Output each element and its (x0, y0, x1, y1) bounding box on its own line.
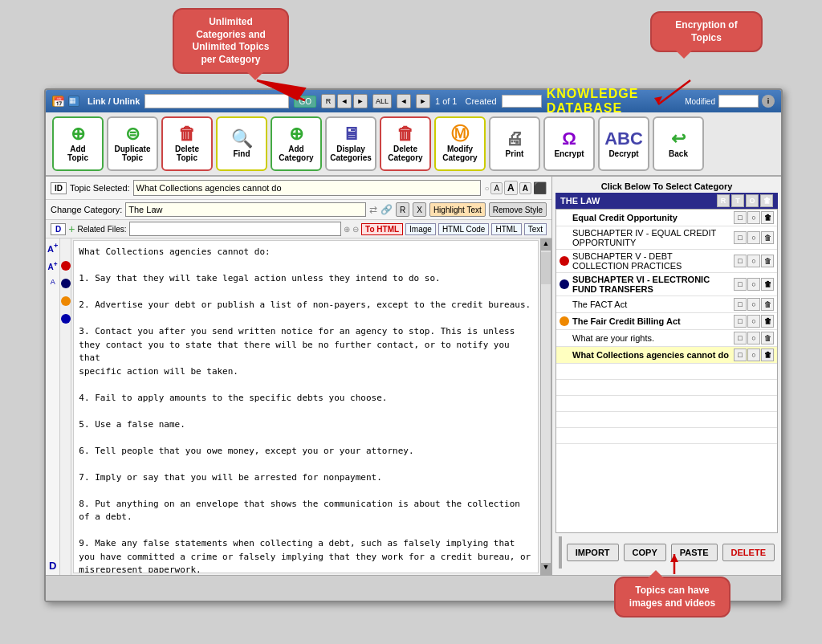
list-item-selected[interactable]: What Collections agencies cannot do □○🗑 (556, 347, 777, 364)
display-categories-button[interactable]: 🖥 DisplayCategories (325, 116, 376, 171)
check-btn[interactable]: □ (734, 231, 747, 244)
check-btn[interactable]: □ (734, 348, 747, 361)
delete-topic-button[interactable]: 🗑 DeleteTopic (161, 116, 213, 171)
o-header-btn[interactable]: O (746, 194, 759, 207)
modified-input[interactable] (718, 95, 759, 108)
list-item[interactable]: The FACT Act □○🗑 (556, 296, 777, 313)
circle-btn[interactable]: ○ (747, 315, 760, 328)
to-html-button[interactable]: To HTML (361, 223, 403, 235)
link-icon[interactable]: 🔗 (380, 204, 393, 215)
info-button[interactable]: i (762, 95, 775, 108)
d-indicator[interactable]: D (49, 560, 56, 572)
paste-button[interactable]: PASTE (671, 544, 718, 561)
find-icon: 🔍 (231, 130, 253, 148)
calendar-icon[interactable]: 📅 (52, 96, 63, 107)
related-files-input[interactable] (129, 222, 341, 236)
check-btn[interactable]: □ (734, 298, 747, 311)
zoom-out-icon[interactable]: ⊖ (352, 225, 359, 234)
copy-button[interactable]: COPY (624, 544, 666, 561)
decrypt-button[interactable]: ABC Decrypt (598, 116, 649, 171)
delete-category-button[interactable]: 🗑 DeleteCategory (380, 116, 431, 171)
scroll-down[interactable]: ▼ (541, 563, 551, 574)
r-small-btn[interactable]: R (396, 202, 409, 217)
html-code-button[interactable]: HTML Code (438, 223, 490, 235)
modify-category-button[interactable]: Ⓜ ModifyCategory (434, 116, 486, 171)
print-button[interactable]: 🖨 Print (489, 116, 540, 171)
text-button[interactable]: Text (524, 223, 547, 235)
blue-dark-dot (61, 314, 71, 324)
t-header-btn[interactable]: T (731, 194, 744, 207)
grid-icon[interactable]: ▦ (68, 96, 79, 107)
list-item[interactable]: SUBCHAPTER V - DEBT COLLECTION PRACTICES… (556, 250, 777, 273)
arrow-right-btn[interactable]: ► (353, 94, 368, 108)
import-button[interactable]: IMPORT (567, 544, 619, 561)
trash-btn[interactable]: 🗑 (761, 231, 774, 244)
x-small-btn[interactable]: X (413, 202, 426, 217)
link-input[interactable] (144, 94, 289, 108)
r-header-btn[interactable]: R (717, 194, 730, 207)
check-btn[interactable]: □ (734, 278, 747, 291)
delete-button[interactable]: DELETE (722, 544, 775, 561)
scroll-up[interactable]: ▲ (541, 239, 551, 251)
check-btn[interactable]: □ (734, 255, 747, 267)
highlight-btn[interactable]: Highlight Text (429, 202, 486, 217)
zoom-icon[interactable]: ⊕ (344, 225, 350, 234)
trash-btn[interactable]: 🗑 (761, 315, 774, 328)
all-button[interactable]: ALL (372, 94, 392, 108)
nav-left-btn[interactable]: ◄ (397, 94, 411, 108)
topic-title-input[interactable] (133, 180, 482, 196)
r-button[interactable]: R (321, 94, 336, 108)
circle-btn[interactable]: ○ (747, 255, 760, 267)
go-button[interactable]: GO (294, 96, 316, 108)
add-topic-button[interactable]: ⊕ AddTopic (52, 116, 104, 171)
list-item[interactable]: SUBCHAPTER VI - ELECTRONIC FUND TRANSFER… (556, 273, 777, 296)
color-picker-icon[interactable]: ⬛ (533, 181, 547, 194)
circle-btn[interactable]: ○ (747, 211, 760, 224)
content-editor[interactable]: What Collections agencies cannot do: 1. … (73, 240, 539, 573)
back-button[interactable]: ↩ Back (653, 116, 704, 171)
circle-btn[interactable]: ○ (747, 348, 760, 361)
scrollbar[interactable]: ▲ ▼ (540, 238, 551, 575)
font-size-a[interactable]: A (51, 278, 55, 286)
created-input[interactable] (502, 95, 542, 108)
trash-btn[interactable]: 🗑 (761, 278, 774, 291)
font-small-btn[interactable]: A (519, 182, 531, 194)
arrow-left-btn[interactable]: ◄ (337, 94, 352, 108)
delete-header-btn[interactable]: 🗑 (760, 194, 773, 207)
trash-btn[interactable]: 🗑 (761, 211, 774, 224)
circle-btn[interactable]: ○ (747, 278, 760, 291)
encrypt-button[interactable]: Ω Encrypt (543, 116, 595, 171)
font-large-btn[interactable]: A (504, 181, 518, 195)
scroll-thumb[interactable] (541, 252, 551, 284)
category-input[interactable] (125, 202, 366, 217)
list-item[interactable]: The Fair Credit Billing Act □○🗑 (556, 313, 777, 330)
trash-btn[interactable]: 🗑 (761, 348, 774, 361)
image-button[interactable]: Image (405, 223, 436, 235)
font-size-aa-large[interactable]: A+ (47, 242, 58, 254)
font-larger-btn[interactable]: A (490, 182, 503, 194)
add-file-icon[interactable]: + (68, 222, 75, 235)
d-button[interactable]: D (51, 223, 66, 235)
nav-right-btn[interactable]: ► (416, 94, 430, 108)
circle-btn[interactable]: ○ (747, 231, 760, 244)
remove-style-btn[interactable]: Remove Style (489, 202, 547, 217)
circle-btn[interactable]: ○ (747, 332, 760, 344)
trash-btn[interactable]: 🗑 (761, 332, 774, 344)
list-item[interactable]: Equal Credit Opportunity □○🗑 (556, 210, 777, 226)
orange-dot-indicator (560, 316, 569, 326)
find-button[interactable]: 🔍 Find (216, 116, 267, 171)
circle-btn[interactable]: ○ (747, 298, 760, 311)
trash-btn[interactable]: 🗑 (761, 298, 774, 311)
trash-btn[interactable]: 🗑 (761, 255, 774, 267)
duplicate-topic-button[interactable]: ⊜ DuplicateTopic (107, 116, 158, 171)
check-btn[interactable]: □ (734, 332, 747, 344)
list-item[interactable]: What are your rights. □○🗑 (556, 330, 777, 347)
check-btn[interactable]: □ (734, 211, 747, 224)
html-button[interactable]: HTML (491, 223, 521, 235)
list-item[interactable]: SUBCHAPTER IV - EQUAL CREDIT OPPORTUNITY… (556, 226, 777, 250)
created-label: Created (466, 96, 497, 106)
font-size-aa[interactable]: A+ (48, 260, 58, 271)
check-btn[interactable]: □ (734, 315, 747, 328)
add-category-button[interactable]: ⊕ AddCategory (271, 116, 322, 171)
arrows-icon[interactable]: ⇄ (369, 204, 377, 215)
